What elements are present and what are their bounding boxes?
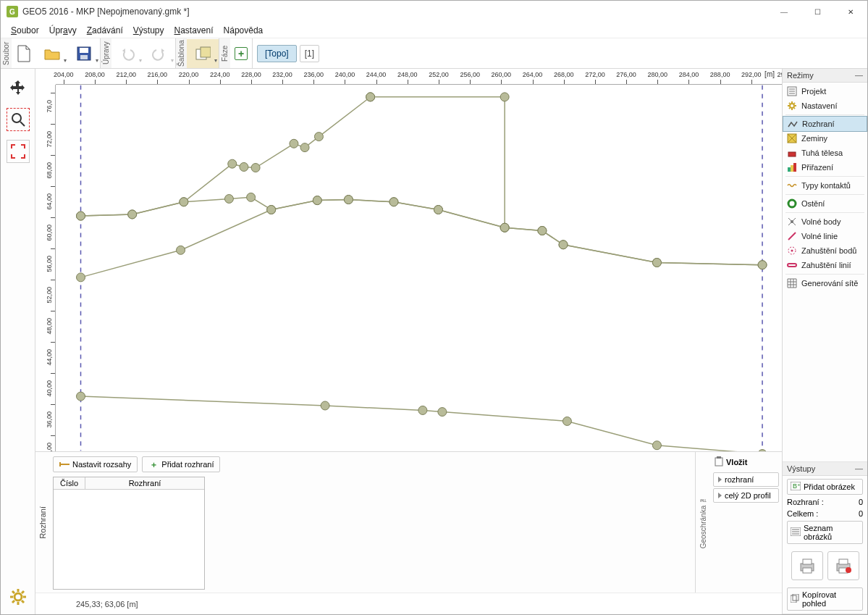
paste-profile-button[interactable]: celý 2D profil — [713, 488, 779, 503]
svg-point-48 — [758, 261, 767, 269]
mode-item-rozhrani[interactable]: Rozhraní — [783, 116, 867, 132]
svg-rect-69 — [788, 264, 796, 267]
save-file-button[interactable]: ▾ — [68, 39, 100, 68]
svg-point-54 — [652, 441, 661, 450]
maximize-button[interactable]: ☐ — [801, 1, 834, 22]
menu-vystupy[interactable]: Výstupy — [129, 24, 169, 37]
settings-tool[interactable] — [7, 585, 30, 608]
document-icon — [16, 44, 32, 63]
menu-nastaveni[interactable]: Nastavení — [170, 24, 218, 37]
clipboard-header: Vložit — [712, 455, 780, 471]
svg-rect-4 — [201, 47, 211, 57]
minimize-button[interactable]: — — [767, 1, 801, 22]
mode-item-tuha[interactable]: Tuhá tělesa — [783, 146, 867, 160]
new-file-button[interactable] — [12, 39, 36, 68]
mode-item-zahbodu[interactable]: Zahuštění bodů — [783, 243, 867, 258]
move-arrows-icon — [9, 79, 27, 96]
collapse-icon[interactable]: — — [855, 71, 863, 80]
clipboard-tab[interactable]: Geoschránka ™ — [696, 452, 710, 593]
svg-point-26 — [247, 193, 256, 201]
plot-area[interactable] — [56, 85, 782, 451]
dropdown-arrow-icon: ▾ — [64, 57, 67, 64]
print-color-button[interactable] — [827, 551, 859, 580]
mode-item-zeminy[interactable]: Zeminy — [783, 131, 867, 146]
svg-point-21 — [366, 93, 375, 101]
outputs-row-rozhrani: Rozhraní :0 — [787, 498, 863, 506]
mode-item-volnebody[interactable]: Volné body — [783, 214, 867, 229]
svg-point-43 — [434, 206, 442, 214]
close-button[interactable]: ✕ — [834, 1, 867, 22]
status-coords: 245,33; 63,06 [m] — [76, 600, 138, 608]
copy-view-button[interactable]: Kopírovat pohled — [787, 587, 863, 611]
canvas-area[interactable]: [m] 204,00208,00212,00216,00220,00224,00… — [35, 69, 782, 451]
svg-point-18 — [290, 139, 298, 148]
open-file-button[interactable]: ▾ — [36, 39, 68, 68]
menu-soubor[interactable]: Soubor — [7, 24, 43, 37]
add-phase-button[interactable]: + — [235, 47, 248, 60]
svg-rect-57 — [717, 456, 721, 459]
paste-icon — [715, 456, 723, 468]
svg-rect-77 — [839, 559, 848, 564]
mode-item-osteni[interactable]: Ostění — [783, 196, 867, 211]
svg-rect-63 — [791, 165, 793, 172]
dropdown-arrow-icon: ▾ — [171, 57, 174, 64]
mode-item-typykont[interactable]: Typy kontaktů — [783, 178, 867, 193]
save-icon — [76, 46, 92, 62]
paste-interface-button[interactable]: rozhraní — [713, 472, 779, 487]
list-pictures-button[interactable]: Seznam obrázků — [787, 521, 863, 544]
mode-item-volnelinie[interactable]: Volné linie — [783, 229, 867, 243]
tuha-icon — [787, 148, 797, 158]
main-toolbar: Soubor ▾ ▾ Úpravy ▾ ▾ — [1, 38, 867, 69]
svg-point-52 — [438, 408, 447, 417]
folder-open-icon — [43, 46, 61, 61]
svg-rect-81 — [793, 594, 799, 601]
menu-zadavani[interactable]: Zadávání — [83, 24, 127, 37]
mode-item-gensite[interactable]: Generování sítě — [783, 276, 867, 290]
dropdown-arrow-icon: ▾ — [214, 57, 217, 64]
svg-point-25 — [224, 194, 233, 203]
titlebar: G GEO5 2016 - MKP [Nepojmenovaný.gmk *] … — [1, 1, 867, 22]
svg-rect-62 — [788, 167, 791, 172]
table-body[interactable] — [54, 490, 204, 589]
svg-point-20 — [314, 133, 323, 141]
geometry-plot — [56, 85, 782, 451]
zoom-tool[interactable] — [7, 108, 30, 131]
triangle-right-icon — [718, 493, 722, 498]
collapse-icon[interactable]: — — [855, 464, 863, 473]
pan-tool[interactable] — [7, 76, 30, 99]
svg-point-22 — [77, 212, 85, 220]
dropdown-arrow-icon: ▾ — [96, 57, 98, 64]
bottom-left-panel: Nastavit rozsahy ＋ Přidat rozhraní Číslo… — [50, 452, 377, 593]
phase-bar: [Topo] [1] — [253, 38, 324, 68]
th-interface: Rozhraní — [85, 477, 204, 489]
svg-point-10 — [500, 93, 509, 101]
window-controls: — ☐ ✕ — [767, 1, 867, 22]
undo-button[interactable]: ▾ — [111, 39, 143, 68]
mode-item-zahlinii[interactable]: Zahuštění linií — [783, 258, 867, 272]
svg-point-49 — [77, 392, 85, 401]
phase-topo-button[interactable]: [Topo] — [257, 45, 297, 62]
mode-item-nastaveni[interactable]: Nastavení — [783, 99, 867, 113]
window-title: GEO5 2016 - MKP [Nepojmenovaný.gmk *] — [22, 7, 190, 17]
add-interface-button[interactable]: ＋ Přidat rozhraní — [142, 456, 220, 472]
modes-header: Režimy— — [783, 69, 867, 83]
svg-point-46 — [559, 240, 568, 249]
fit-extents-icon — [10, 143, 26, 159]
print-bw-button[interactable] — [791, 551, 823, 580]
set-ranges-button[interactable]: Nastavit rozsahy — [53, 456, 138, 472]
ranges-icon — [59, 459, 69, 469]
svg-point-47 — [652, 258, 661, 267]
phase-1-button[interactable]: [1] — [300, 45, 319, 62]
bottom-pane-tab[interactable]: Rozhraní — [35, 452, 50, 593]
menubar: Soubor Úpravy Zadávání Výstupy Nastavení… — [1, 22, 867, 38]
volnelinie-icon — [787, 231, 797, 241]
redo-button[interactable]: ▾ — [143, 39, 175, 68]
fit-view-tool[interactable] — [7, 140, 30, 163]
menu-napoveda[interactable]: Nápověda — [219, 24, 268, 37]
mode-item-projekt[interactable]: Projekt — [783, 84, 867, 99]
mode-item-prirazeni[interactable]: Přiřazení — [783, 160, 867, 175]
menu-upravy[interactable]: Úpravy — [45, 24, 81, 37]
add-picture-button[interactable]: B⁺ Přidat obrázek — [787, 479, 863, 495]
template-button[interactable]: ▾ — [187, 39, 219, 68]
svg-point-44 — [500, 223, 509, 232]
